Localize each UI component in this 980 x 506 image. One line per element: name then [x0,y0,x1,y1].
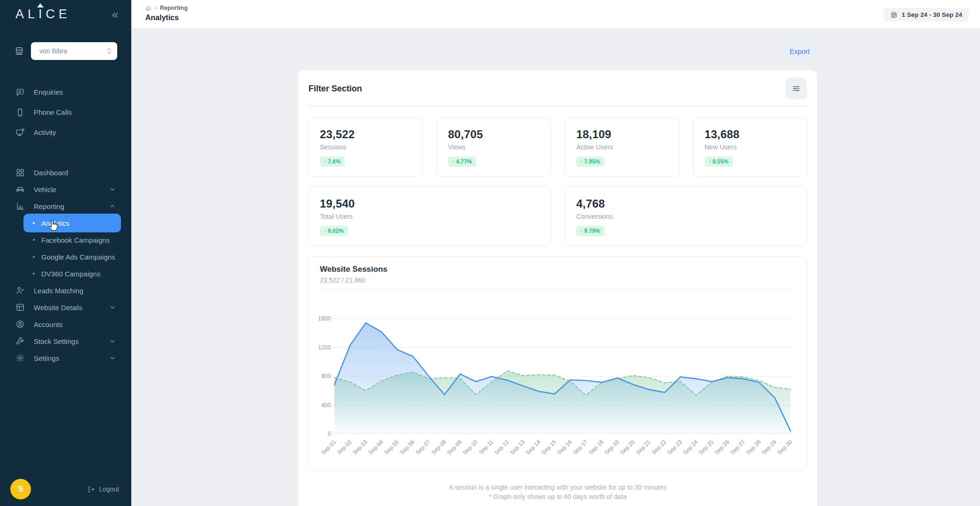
page-content: Export Filter Section 23,522 Sessions ↑7… [131,29,980,506]
user-avatar[interactable]: S [10,479,31,499]
home-icon[interactable] [145,5,151,11]
stat-value: 13,688 [705,128,796,141]
sidebar-subitem-analytics[interactable]: Analytics [23,214,121,232]
sidebar-subitem-dv360-campaigns[interactable]: DV360 Campaigns [23,265,121,282]
app-logo: ALICE [15,7,71,22]
calendar-icon [890,11,897,18]
sidebar-subitem-facebook-campaigns[interactable]: Facebook Campaigns [23,231,121,248]
svg-text:400: 400 [321,402,331,409]
store-icon [14,46,24,56]
sidebar-item-stock-settings[interactable]: Stock Settings [6,333,126,350]
svg-text:Sep 12: Sep 12 [493,439,510,456]
svg-text:Sep 27: Sep 27 [729,439,746,456]
stat-card-total-users: 19,540 Total Users ↑9.02% [308,186,551,246]
nav-group-divider [6,144,126,164]
sidebar-item-label: Settings [34,354,100,362]
dashboard-grid-icon [15,168,25,177]
sidebar-item-label: Activity [34,128,116,136]
svg-text:Sep 06: Sep 06 [399,439,416,456]
svg-text:Sep 28: Sep 28 [745,439,762,456]
bullet-icon [33,222,35,224]
stat-change-badge: ↑9.02% [320,226,348,236]
svg-text:Sep 11: Sep 11 [477,439,494,455]
stat-value: 19,540 [320,197,539,210]
sidebar-logo-row: ALICE « [0,0,131,29]
stat-label: New Users [705,143,796,151]
svg-text:1600: 1600 [319,315,331,322]
chevron-down-icon [109,355,116,361]
dealer-selector-row: von Bibra [0,29,131,60]
chevron-down-icon [109,304,116,311]
chat-icon [15,88,25,97]
breadcrumb-separator: › [155,5,157,11]
logout-label: Logout [99,485,119,493]
stat-change-value: 9.79% [584,228,600,234]
sidebar-footer: S Logout [10,479,119,499]
sidebar-item-label: Website Details [34,304,100,312]
sidebar-item-enquiries[interactable]: Enquiries [6,83,126,101]
stat-card-new-users: 13,688 New Users ↑8.55% [693,117,808,177]
stat-card-sessions: 23,522 Sessions ↑7.6% [308,117,423,177]
svg-text:Sep 19: Sep 19 [603,439,620,456]
logout-button[interactable]: Logout [87,485,119,493]
stat-change-value: 4.77% [456,158,472,165]
wrench-icon [15,336,25,346]
stat-label: Views [448,143,540,151]
website-sessions-card: Website Sessions 23,522 / 21,860 0400800… [308,256,807,470]
stat-change-badge: ↑8.55% [705,156,733,167]
sidebar-item-label: Leads Matching [34,287,116,295]
svg-text:0: 0 [328,431,331,437]
sidebar-item-settings[interactable]: Settings [6,350,126,366]
svg-text:Sep 16: Sep 16 [556,439,573,456]
svg-text:Sep 10: Sep 10 [461,439,479,456]
arrow-up-icon: ↑ [709,159,711,164]
sessions-area-chart[interactable]: 040080012001600Sep 01Sep 02Sep 03Sep 04S… [319,292,797,464]
stat-change-badge: ↑7.95% [576,156,604,167]
stat-label: Sessions [320,143,411,151]
filter-section-card: Filter Section 23,522 Sessions ↑7.6% 80,… [298,70,817,506]
date-range-button[interactable]: 1 Sep 24 - 30 Sep 24 [884,8,969,22]
sidebar-subitem-google-ads-campaigns[interactable]: Google Ads Campaigns [23,248,121,265]
sidebar-item-label: Dashboard [34,169,116,177]
sidebar-item-vehicle[interactable]: Vehicle [6,181,126,198]
export-button[interactable]: Export [782,45,817,58]
stat-label: Conversions [576,213,796,220]
main-area: › Reporting Analytics 1 Sep 24 - 30 Sep … [131,0,980,506]
stat-card-active-users: 18,109 Active Users ↑7.95% [565,117,679,177]
sidebar-item-accounts[interactable]: Accounts [6,316,126,333]
sidebar-item-website-details[interactable]: Website Details [6,299,126,316]
sidebar-item-label: Enquiries [34,88,116,96]
user-circle-icon [15,320,25,329]
dealer-select[interactable]: von Bibra [31,42,117,60]
filter-settings-button[interactable] [785,78,807,99]
sidebar-item-label: Vehicle [34,186,100,193]
sidebar-item-activity[interactable]: Activity [6,124,126,141]
svg-text:Sep 23: Sep 23 [666,439,683,456]
svg-text:Sep 03: Sep 03 [351,439,369,456]
sidebar-collapse-button[interactable]: « [112,9,118,20]
svg-text:Sep 20: Sep 20 [619,439,636,456]
sidebar: ALICE « von Bibra Enquiries [0,0,131,506]
svg-text:Sep 14: Sep 14 [524,439,542,456]
phone-icon [15,108,25,117]
sidebar-item-leads-matching[interactable]: Leads Matching [6,282,126,299]
chart-footnotes: A session is a single user interacting w… [308,483,807,502]
sessions-chart-area: 040080012001600Sep 01Sep 02Sep 03Sep 04S… [319,292,797,466]
arrow-up-icon: ↑ [452,159,455,164]
svg-text:Sep 02: Sep 02 [336,439,353,456]
stat-change-value: 8.55% [713,158,729,165]
sidebar-subitem-label: DV360 Campaigns [41,270,100,278]
stat-value: 80,705 [448,128,540,141]
stat-change-badge: ↑9.79% [576,226,604,236]
stat-change-badge: ↑7.6% [320,156,345,167]
activity-monitor-icon [15,128,25,137]
svg-text:Sep 13: Sep 13 [509,439,526,456]
website-sessions-subtitle: 23,522 / 21,860 [320,276,796,284]
sidebar-item-phone-calls[interactable]: Phone Calls [6,104,126,121]
breadcrumb-item-reporting[interactable]: Reporting [160,5,188,11]
svg-text:Sep 26: Sep 26 [713,439,731,456]
sidebar-item-dashboard[interactable]: Dashboard [6,164,126,181]
sidebar-item-reporting[interactable]: Reporting [6,198,126,215]
svg-text:Sep 21: Sep 21 [634,439,652,456]
filter-section-title: Filter Section [309,84,362,94]
